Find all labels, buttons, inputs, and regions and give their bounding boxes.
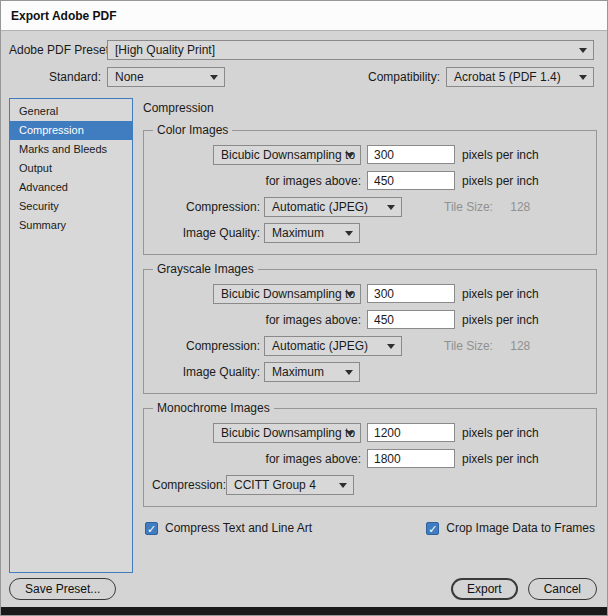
monochrome-downsampling-row: Bicubic Downsampling to pixels per inch: [152, 422, 588, 443]
color-images-group: Color Images Bicubic Downsampling to pix…: [143, 130, 597, 255]
monochrome-resolution-input[interactable]: [367, 423, 455, 442]
image-quality-label: Image Quality:: [152, 365, 260, 379]
ppi-unit-label: pixels per inch: [462, 287, 539, 301]
color-compression-value: Automatic (JPEG): [272, 200, 368, 214]
tile-size-label: Tile Size:: [444, 339, 493, 353]
grayscale-compression-value: Automatic (JPEG): [272, 339, 368, 353]
color-downsampling-row: Bicubic Downsampling to pixels per inch: [152, 144, 588, 165]
color-quality-dropdown[interactable]: Maximum: [264, 223, 360, 243]
crop-image-data-checkbox[interactable]: ✓ Crop Image Data to Frames: [426, 521, 595, 535]
chevron-down-icon: [579, 75, 587, 80]
standard-label: Standard:: [9, 70, 101, 84]
grayscale-threshold-input[interactable]: [367, 310, 455, 329]
ppi-unit-label: pixels per inch: [462, 313, 539, 327]
for-images-above-label: for images above:: [266, 452, 361, 466]
desktop-edge: [1, 607, 607, 615]
grayscale-downsampling-dropdown[interactable]: Bicubic Downsampling to: [213, 284, 361, 304]
color-images-legend: Color Images: [153, 123, 232, 137]
checkbox-row: ✓ Compress Text and Line Art ✓ Crop Imag…: [145, 521, 595, 535]
chevron-down-icon: [346, 292, 354, 297]
compress-text-checkbox[interactable]: ✓ Compress Text and Line Art: [145, 521, 312, 535]
ppi-unit-label: pixels per inch: [462, 174, 539, 188]
tile-size-value: 128: [510, 200, 530, 214]
monochrome-images-group: Monochrome Images Bicubic Downsampling t…: [143, 408, 597, 507]
color-compression-dropdown[interactable]: Automatic (JPEG): [264, 197, 402, 217]
monochrome-downsampling-value: Bicubic Downsampling to: [221, 426, 355, 440]
monochrome-threshold-row: for images above: pixels per inch: [152, 448, 588, 469]
monochrome-compression-value: CCITT Group 4: [234, 478, 316, 492]
grayscale-quality-row: Image Quality: Maximum: [152, 361, 588, 382]
chevron-down-icon: [387, 344, 395, 349]
dialog-content: General Compression Marks and Bleeds Out…: [1, 94, 607, 573]
sidebar-item-security[interactable]: Security: [10, 197, 132, 216]
tile-size-value: 128: [510, 339, 530, 353]
grayscale-threshold-row: for images above: pixels per inch: [152, 309, 588, 330]
sidebar-item-compression[interactable]: Compression: [10, 121, 132, 140]
grayscale-images-legend: Grayscale Images: [153, 262, 258, 276]
compatibility-dropdown[interactable]: Acrobat 5 (PDF 1.4): [446, 67, 594, 87]
tile-size-field: Tile Size: 128: [444, 339, 530, 353]
color-resolution-input[interactable]: [367, 145, 455, 164]
window-title: Export Adobe PDF: [11, 9, 117, 23]
color-downsampling-value: Bicubic Downsampling to: [221, 148, 355, 162]
color-quality-value: Maximum: [272, 226, 324, 240]
ppi-unit-label: pixels per inch: [462, 452, 539, 466]
monochrome-compression-row: Compression: CCITT Group 4: [152, 474, 588, 495]
header: Adobe PDF Preset: [High Quality Print] S…: [1, 31, 607, 87]
sidebar-item-advanced[interactable]: Advanced: [10, 178, 132, 197]
standard-value: None: [115, 70, 144, 84]
for-images-above-label: for images above:: [266, 313, 361, 327]
cancel-button[interactable]: Cancel: [528, 578, 597, 600]
tile-size-label: Tile Size:: [444, 200, 493, 214]
checkbox-checked-icon: ✓: [426, 522, 439, 535]
compatibility-label: Compatibility:: [368, 70, 440, 84]
grayscale-downsampling-row: Bicubic Downsampling to pixels per inch: [152, 283, 588, 304]
grayscale-quality-dropdown[interactable]: Maximum: [264, 362, 360, 382]
ppi-unit-label: pixels per inch: [462, 426, 539, 440]
sidebar: General Compression Marks and Bleeds Out…: [9, 98, 133, 573]
footer: Save Preset... Export Cancel: [9, 578, 597, 600]
sidebar-item-marks-and-bleeds[interactable]: Marks and Bleeds: [10, 140, 132, 159]
checkbox-checked-icon: ✓: [145, 522, 158, 535]
compress-text-label: Compress Text and Line Art: [165, 521, 312, 535]
chevron-down-icon: [345, 370, 353, 375]
chevron-down-icon: [345, 231, 353, 236]
chevron-down-icon: [579, 48, 587, 53]
sidebar-item-summary[interactable]: Summary: [10, 216, 132, 235]
monochrome-downsampling-dropdown[interactable]: Bicubic Downsampling to: [213, 423, 361, 443]
export-button[interactable]: Export: [451, 578, 518, 600]
preset-value: [High Quality Print]: [115, 43, 215, 57]
image-quality-label: Image Quality:: [152, 226, 260, 240]
grayscale-quality-value: Maximum: [272, 365, 324, 379]
save-preset-button[interactable]: Save Preset...: [9, 578, 116, 600]
sidebar-item-general[interactable]: General: [10, 102, 132, 121]
compression-label: Compression:: [152, 200, 260, 214]
chevron-down-icon: [387, 205, 395, 210]
panel-title: Compression: [143, 101, 597, 115]
color-compression-row: Compression: Automatic (JPEG) Tile Size:…: [152, 196, 588, 217]
ppi-unit-label: pixels per inch: [462, 148, 539, 162]
preset-dropdown[interactable]: [High Quality Print]: [107, 40, 594, 60]
color-quality-row: Image Quality: Maximum: [152, 222, 588, 243]
export-adobe-pdf-dialog: Export Adobe PDF Adobe PDF Preset: [High…: [0, 0, 608, 616]
grayscale-compression-dropdown[interactable]: Automatic (JPEG): [264, 336, 402, 356]
chevron-down-icon: [346, 431, 354, 436]
grayscale-resolution-input[interactable]: [367, 284, 455, 303]
chevron-down-icon: [339, 483, 347, 488]
monochrome-compression-dropdown[interactable]: CCITT Group 4: [226, 475, 354, 495]
compression-label: Compression:: [152, 339, 260, 353]
grayscale-downsampling-value: Bicubic Downsampling to: [221, 287, 355, 301]
chevron-down-icon: [210, 75, 218, 80]
crop-image-data-label: Crop Image Data to Frames: [446, 521, 595, 535]
compatibility-value: Acrobat 5 (PDF 1.4): [454, 70, 561, 84]
standard-dropdown[interactable]: None: [107, 67, 225, 87]
grayscale-images-group: Grayscale Images Bicubic Downsampling to…: [143, 269, 597, 394]
titlebar: Export Adobe PDF: [1, 1, 607, 31]
sidebar-item-output[interactable]: Output: [10, 159, 132, 178]
color-threshold-input[interactable]: [367, 171, 455, 190]
monochrome-threshold-input[interactable]: [367, 449, 455, 468]
chevron-down-icon: [346, 153, 354, 158]
color-downsampling-dropdown[interactable]: Bicubic Downsampling to: [213, 145, 361, 165]
standard-row: Standard: None Compatibility: Acrobat 5 …: [9, 67, 594, 87]
tile-size-field: Tile Size: 128: [444, 200, 530, 214]
